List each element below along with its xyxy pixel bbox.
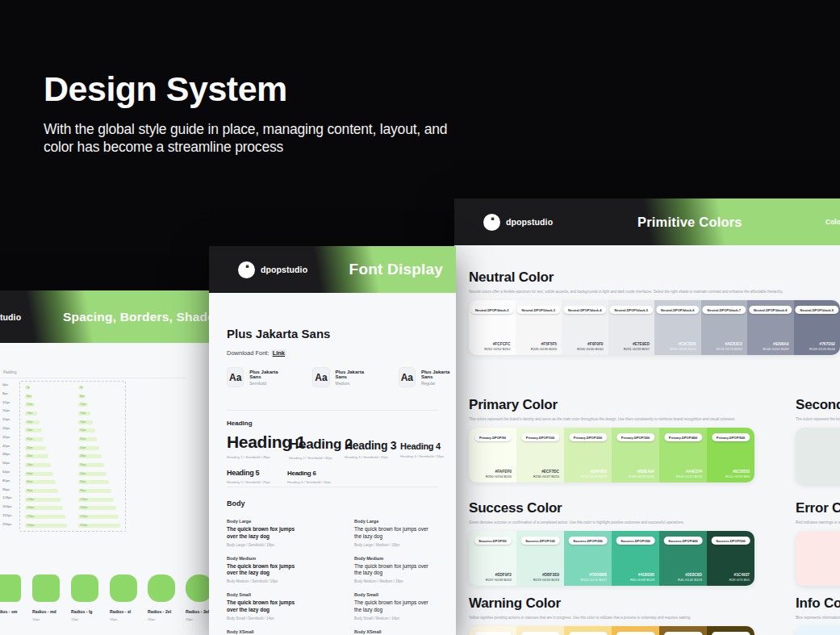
color-swatch: Error-DPOP/50 xyxy=(796,531,840,586)
body-sample-label: Body XSmall xyxy=(354,629,451,634)
spacing-bar: 256px xyxy=(25,524,67,528)
swatch-values: #8CDB53R140 G219 B83 xyxy=(725,470,750,479)
font-sample-name: Plus Jakarta Sans xyxy=(336,370,370,379)
swatch-token-label: Success-DPOP/500 xyxy=(711,537,750,545)
heading-sample-caption: Heading 4 / Semibold / 24px xyxy=(400,454,444,458)
swatch-token-label: Neutral-DPOP/black-9 xyxy=(796,306,838,314)
swatch-values: #FCFCFCR252 G252 B252 xyxy=(484,342,510,352)
section-description: Green denotes success or confirmation of… xyxy=(469,520,751,524)
dpopstudio-logo-icon: ❛❛ xyxy=(238,261,255,278)
radius-sample: Radius - xl16px xyxy=(110,574,142,621)
swatch-values: #AEB3C0R174 G179 B192 xyxy=(717,342,742,352)
spacing-bar: 4px xyxy=(25,386,30,390)
radius-value: 24px xyxy=(186,617,209,621)
section-description: The colors represent the brand's seconda… xyxy=(796,417,840,421)
aa-glyph: Aa xyxy=(227,367,244,387)
radius-swatch xyxy=(110,574,137,602)
swatch-rgb: R201 G205 B214 xyxy=(670,347,696,351)
body-sample: Body LargeThe quick brown fox jumps over… xyxy=(354,519,451,547)
body-sample-label: Body Small xyxy=(354,592,451,597)
body-sample-text: The quick brown fox jumps over the lazy … xyxy=(354,599,432,614)
swatch-hex: #9298A9 xyxy=(763,342,788,346)
warning-color-section: Warning Color Yellow signifies pending a… xyxy=(469,595,754,635)
color-swatch: Success-DPOP/100#DBF3E9R219 G243 B233 xyxy=(516,531,564,586)
swatch-values: #A4E374R164 G227 B116 xyxy=(676,470,702,479)
swatch-token-label: Neutral-DPOP/black-7 xyxy=(703,306,746,314)
swatch-token-label: Success-DPOP/200 xyxy=(568,537,608,545)
spacing-row-label: 64px xyxy=(2,470,11,478)
font-weight-sample: AaPlus Jakarta SansRegular xyxy=(399,367,456,387)
font-weight-sample: AaPlus Jakarta SansSemibold xyxy=(227,367,284,387)
spacing-bar: 96px xyxy=(25,489,58,493)
radius-label: Radius - 2xl xyxy=(148,609,180,614)
spacing-bar: 32px xyxy=(25,437,44,441)
spacing-row: 32px32px xyxy=(20,435,125,444)
radius-swatch xyxy=(186,574,209,602)
color-swatch xyxy=(796,626,840,635)
swatch-values: #2E8C6DR46 G140 B109 xyxy=(678,573,702,583)
color-swatch: Neutral-DPOP/black-5#E7E9EDR231 G233 B23… xyxy=(608,300,655,355)
font-sample-name: Plus Jakarta Sans xyxy=(421,370,456,379)
nav-item-colors[interactable]: Colors xyxy=(825,218,840,226)
page-title: Design System xyxy=(44,69,451,109)
download-font-link[interactable]: Link xyxy=(271,349,286,357)
font-sample-name: Plus Jakarta Sans xyxy=(249,370,284,379)
color-swatch: Neutral-DPOP/black-8#9298A9R146 G152 B16… xyxy=(747,300,794,355)
radius-sample: Radius - md10px xyxy=(32,574,65,621)
body-sample-caption: Body Large / Medium / 18px xyxy=(354,543,451,547)
colors-panel-title: Primitive Colors xyxy=(637,215,742,230)
radius-value: 20px xyxy=(148,617,180,621)
design-system-poster: Design System With the global style guid… xyxy=(0,0,840,635)
spacing-row: 12px12px xyxy=(20,400,125,409)
swatch-hex: #D4F0B3 xyxy=(581,470,607,474)
spacing-row-label: 20px xyxy=(2,417,11,426)
spacing-row: 80px80px xyxy=(20,478,125,487)
spacing-bar: 20px xyxy=(78,420,93,424)
spacing-panel-header: ❛❛ dpopstudio Spacing, Borders, Shadows xyxy=(0,290,209,343)
spacing-row-label: 56px xyxy=(2,461,11,470)
radius-swatch xyxy=(32,574,60,602)
swatch-hex: #C9CDD6 xyxy=(670,342,696,346)
spacing-scale-labels: 4px8px12px16px20px24px32px40px48px56px64… xyxy=(2,382,11,531)
color-swatch: Neutral-DPOP/black-9#767D92R118 G125 B14… xyxy=(794,300,840,355)
spacing-bar: 160px xyxy=(78,506,116,510)
section-description: This colors represent the brand's identi… xyxy=(469,417,751,421)
font-panel-header: ❛❛ dpopstudio Font Display xyxy=(209,246,456,293)
swatch-hex: #1C4937 xyxy=(729,573,750,577)
body-sample: Body MediumThe quick brown fox jumps ove… xyxy=(354,556,451,584)
swatch-rgb: R237 G249 B242 xyxy=(486,578,512,582)
swatch-values: #F5F5F5R245 G245 B245 xyxy=(531,342,557,352)
spacing-row-label: 24px xyxy=(2,426,11,435)
font-family-name: Plus Jakarta Sans xyxy=(227,327,330,340)
aa-glyph: Aa xyxy=(399,367,416,387)
secondary-swatch-row: Secondary-DPOP/50 xyxy=(796,428,840,484)
font-sample-weight: Semibold xyxy=(249,381,284,386)
radius-value: 12px xyxy=(71,617,103,621)
error-color-section: Error Color Red indicates warnings or er… xyxy=(796,500,840,586)
swatch-token-label: Pending-DPOP/400 xyxy=(663,632,702,635)
warning-swatch-row: Pending-DPOP/50Pending-DPOP/100Pending-D… xyxy=(469,626,754,635)
spacing-bar: 12px xyxy=(25,403,35,407)
brand-name: dpopstudio xyxy=(506,217,553,227)
swatch-rgb: R118 G125 B146 xyxy=(809,347,835,351)
spacing-bar: 56px xyxy=(25,463,51,467)
swatch-hex: #ECF7DC xyxy=(533,470,559,474)
font-sample-text: Plus Jakarta SansMedium xyxy=(336,370,370,386)
radius-sample: Radius - 2xl20px xyxy=(148,574,180,621)
spacing-bar: 64px xyxy=(25,472,53,476)
spacing-row-label: 12px xyxy=(2,400,11,409)
spacing-bar: 48px xyxy=(25,454,48,458)
heading-sample-caption: Heading 5 / Semibold / 20px xyxy=(227,480,270,484)
section-description: Red indicates warnings or errors that ne… xyxy=(796,520,840,524)
heading-sample: Heading 3Heading 3 / Semibold / 32px xyxy=(345,439,396,459)
spacing-row: 160px160px xyxy=(20,504,125,513)
color-swatch: Pending-DPOP/300 xyxy=(612,626,659,635)
spacing-bar: 128px xyxy=(78,498,114,502)
body-sample: Body SmallThe quick brown fox jumps over… xyxy=(227,592,324,620)
swatch-hex: #2E8C6D xyxy=(678,573,702,577)
spacing-bar: 32px xyxy=(78,437,97,441)
info-color-section: Info Color Blue represents informational… xyxy=(796,595,840,635)
swatch-rgb: R125 G216 B187 xyxy=(581,578,607,582)
secondary-color-section: Secondary Color The colors represent the… xyxy=(796,397,840,484)
spacing-bar: 160px xyxy=(25,506,63,510)
